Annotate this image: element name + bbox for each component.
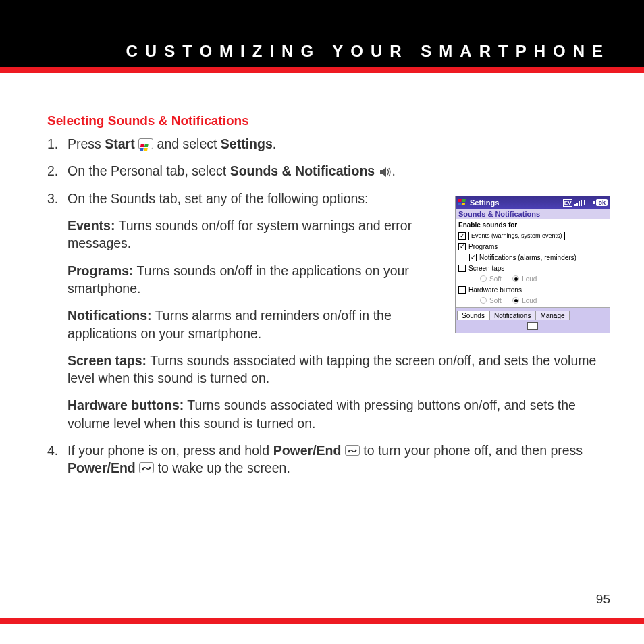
text: On the Sounds tab, set any of the follow… xyxy=(68,190,432,207)
keyboard-icon[interactable] xyxy=(527,322,538,330)
checkbox-programs[interactable] xyxy=(458,243,466,250)
windows-start-icon xyxy=(138,138,153,149)
battery-icon xyxy=(584,200,593,205)
checkbox-notifications[interactable] xyxy=(469,254,477,261)
svg-rect-2 xyxy=(140,148,144,151)
bold-hardware-buttons: Hardware buttons: xyxy=(68,398,184,412)
bold-start: Start xyxy=(105,136,134,151)
svg-rect-10 xyxy=(462,199,466,202)
tab-sounds[interactable]: Sounds xyxy=(457,311,489,320)
checkbox-hardware-buttons[interactable] xyxy=(458,286,466,294)
text: and select xyxy=(153,136,221,151)
text: to turn your phone off, and then press xyxy=(363,443,583,458)
page-number: 95 xyxy=(596,592,610,607)
option-notifications: Notifications (alarms, reminders) xyxy=(458,252,607,263)
section-heading: Selecting Sounds & Notifications xyxy=(47,113,610,128)
bold-programs: Programs: xyxy=(68,263,134,278)
status-indicators: EV xyxy=(563,199,594,207)
bold-power-end: Power/End xyxy=(68,460,136,475)
tab-bar: Sounds Notifications Manage xyxy=(456,307,610,319)
bold-notifications: Notifications: xyxy=(68,308,152,323)
svg-point-6 xyxy=(355,450,356,451)
svg-rect-12 xyxy=(462,203,466,205)
bold-screen-taps: Screen taps: xyxy=(68,353,146,368)
label-screen-taps: Screen taps xyxy=(468,265,504,272)
text: . xyxy=(273,136,276,151)
tab-manage[interactable]: Manage xyxy=(535,311,569,320)
option-programs: Programs xyxy=(458,241,607,252)
bold-events: Events: xyxy=(68,218,115,233)
label-programs: Programs xyxy=(468,243,498,250)
screen-taps-volume: Soft Loud xyxy=(458,273,607,284)
panel-body: Enable sounds for Events (warnings, syst… xyxy=(456,219,610,307)
option-events: Events (warnings, system events) xyxy=(458,230,607,241)
bold-settings: Settings xyxy=(221,136,273,151)
header-black-band: CUSTOMIZING YOUR SMARTPHONE xyxy=(0,0,644,67)
text: Turns sounds on/off for system warnings … xyxy=(68,218,412,250)
svg-rect-11 xyxy=(458,203,461,205)
label-loud: Loud xyxy=(522,297,537,304)
radio-soft[interactable] xyxy=(480,297,487,304)
ok-button[interactable]: ok xyxy=(596,199,608,206)
checkbox-events[interactable] xyxy=(458,232,466,240)
text: Turns sounds associated with tapping the… xyxy=(68,353,596,385)
chapter-title: CUSTOMIZING YOUR SMARTPHONE xyxy=(126,42,610,61)
window-title: Settings xyxy=(470,198,499,207)
label-loud: Loud xyxy=(522,275,537,283)
radio-soft[interactable] xyxy=(480,275,487,282)
windows-flag-icon xyxy=(458,198,467,207)
label-soft: Soft xyxy=(489,275,502,283)
svg-rect-9 xyxy=(458,199,462,202)
power-end-icon xyxy=(139,462,154,473)
label-notifications: Notifications (alarms, reminders) xyxy=(479,254,576,261)
step-4: If your phone is on, press and hold Powe… xyxy=(47,441,610,477)
group-label: Enable sounds for xyxy=(458,221,607,229)
svg-rect-0 xyxy=(140,144,144,147)
text: . xyxy=(392,163,396,178)
svg-point-5 xyxy=(348,451,350,452)
text: On the Personal tab, select xyxy=(68,163,230,178)
step-2: On the Personal tab, select Sounds & Not… xyxy=(47,162,610,180)
sip-bar xyxy=(456,319,610,333)
svg-point-7 xyxy=(142,468,144,470)
events-dropdown[interactable]: Events (warnings, system events) xyxy=(468,232,565,240)
hardware-buttons-volume: Soft Loud xyxy=(458,295,607,306)
option-screen-taps: Screen taps xyxy=(458,263,607,273)
power-end-icon xyxy=(345,445,360,456)
radio-loud[interactable] xyxy=(512,275,519,282)
device-screenshot: Settings EV ok Sounds & Notifications En… xyxy=(455,196,610,333)
speaker-icon xyxy=(379,165,392,177)
label-soft: Soft xyxy=(489,297,502,304)
text: If your phone is on, press and hold xyxy=(68,443,273,458)
checkbox-screen-taps[interactable] xyxy=(458,265,466,272)
svg-point-8 xyxy=(149,467,151,468)
radio-loud[interactable] xyxy=(512,297,519,304)
step-1: Press Start and select Settings. xyxy=(47,135,610,153)
footer-red-band xyxy=(0,618,644,624)
panel-heading: Sounds & Notifications xyxy=(456,209,610,219)
header-red-band xyxy=(0,67,644,73)
text: Press xyxy=(68,136,105,151)
signal-icon xyxy=(574,200,582,206)
text: to wake up the screen. xyxy=(158,460,290,475)
tab-notifications[interactable]: Notifications xyxy=(489,311,535,320)
svg-marker-4 xyxy=(380,167,386,177)
ev-indicator: EV xyxy=(563,199,573,207)
label-hardware-buttons: Hardware buttons xyxy=(468,286,522,294)
option-hardware-buttons: Hardware buttons xyxy=(458,284,607,295)
svg-rect-3 xyxy=(144,148,148,151)
window-titlebar: Settings EV ok xyxy=(456,196,610,209)
bold-sounds-notifications: Sounds & Notifications xyxy=(230,163,375,178)
svg-rect-1 xyxy=(144,144,149,147)
bold-power-end: Power/End xyxy=(273,443,342,458)
